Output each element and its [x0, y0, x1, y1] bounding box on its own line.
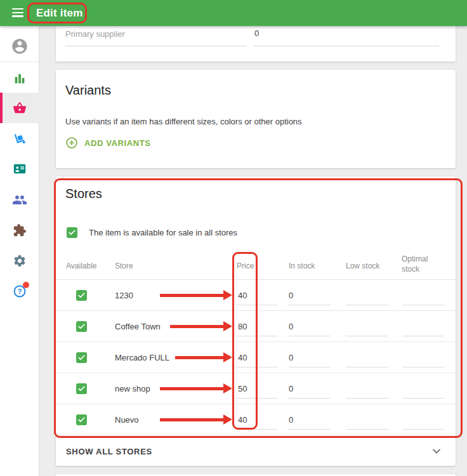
stores-table-body: 1230 40 0 Coffee Town 80 0 Mercado FULL …	[56, 279, 456, 435]
column-header-price: Price	[237, 261, 254, 271]
items-icon	[13, 101, 27, 115]
in-stock-field[interactable]: 0	[289, 353, 293, 362]
store-table-row: Nuevo 40 0	[56, 404, 456, 435]
in-stock-underline	[289, 367, 331, 367]
sidebar-item-reports[interactable]	[0, 63, 39, 94]
store-available-checkbox[interactable]	[76, 321, 87, 332]
sidebar-divider	[0, 62, 39, 62]
price-underline	[236, 398, 277, 399]
price-field[interactable]: 80	[238, 322, 247, 331]
variants-card: Variants Use variants if an item has dif…	[56, 70, 456, 168]
hamburger-menu-icon[interactable]	[12, 8, 23, 18]
column-header-low-stock: Low stock	[346, 261, 379, 271]
sidebar-item-customers[interactable]	[0, 154, 39, 184]
store-table-row: 1230 40 0	[56, 280, 456, 311]
app-header: Edit item	[0, 0, 467, 26]
store-table-row: Mercado FULL 40 0	[56, 342, 456, 373]
store-available-checkbox[interactable]	[76, 414, 87, 425]
supplier-quantity-underline	[254, 46, 439, 46]
optimal-stock-underline	[403, 305, 444, 305]
show-all-stores-row[interactable]: SHOW ALL STORES	[56, 437, 456, 466]
employees-icon	[12, 192, 27, 208]
chevron-down-icon[interactable]	[430, 445, 443, 458]
sidebar-item-items[interactable]	[0, 93, 39, 123]
apps-icon	[13, 223, 27, 237]
annotation-arrow	[160, 290, 232, 300]
low-stock-underline	[346, 336, 388, 336]
variants-description: Use variants if an item has different si…	[65, 117, 302, 126]
plus-circle-icon	[65, 136, 78, 149]
price-field[interactable]: 40	[238, 291, 247, 300]
annotation-arrow	[175, 352, 232, 362]
store-name: Nuevo	[115, 415, 139, 425]
customers-icon	[13, 162, 27, 176]
price-field[interactable]: 50	[238, 384, 247, 393]
in-stock-field[interactable]: 0	[289, 291, 293, 300]
price-field[interactable]: 40	[238, 415, 247, 425]
sidebar-item-account[interactable]	[0, 31, 39, 62]
stores-card: Stores The item is available for sale in…	[56, 176, 456, 466]
column-header-in-stock: In stock	[289, 261, 315, 271]
primary-supplier-field[interactable]: Primary supplier	[65, 29, 125, 39]
edit-item-screen: Edit item ?	[0, 0, 467, 476]
in-stock-field[interactable]: 0	[289, 384, 293, 393]
account-icon	[11, 37, 29, 55]
column-header-available: Available	[66, 261, 96, 271]
check-icon	[77, 291, 86, 300]
supplier-quantity-field[interactable]: 0	[254, 29, 259, 38]
in-stock-underline	[289, 336, 331, 336]
in-stock-underline	[289, 398, 331, 399]
store-name: Mercado FULL	[115, 353, 169, 362]
store-name: new shop	[115, 384, 150, 393]
check-icon	[68, 228, 76, 237]
variants-title: Variants	[65, 83, 111, 98]
low-stock-underline	[346, 367, 388, 367]
reports-icon	[13, 72, 27, 86]
sidebar-item-apps[interactable]	[0, 215, 39, 246]
low-stock-underline	[346, 429, 388, 430]
all-stores-label: The item is available for sale in all st…	[89, 228, 237, 237]
show-all-stores-label: SHOW ALL STORES	[66, 447, 152, 456]
primary-supplier-underline	[65, 46, 246, 46]
optimal-stock-underline	[403, 398, 444, 399]
column-header-store: Store	[115, 261, 133, 271]
notification-badge	[23, 282, 29, 288]
price-underline	[236, 429, 277, 430]
in-stock-underline	[289, 305, 331, 305]
inventory-icon	[12, 131, 27, 146]
annotation-arrow	[170, 321, 232, 331]
all-stores-checkbox[interactable]	[67, 227, 77, 238]
annotation-arrow	[160, 383, 232, 393]
add-variants-button[interactable]: ADD VARIANTS	[65, 136, 150, 149]
sidebar-item-inventory[interactable]	[0, 123, 39, 154]
annotation-arrow	[160, 414, 232, 425]
in-stock-field[interactable]: 0	[289, 322, 293, 331]
page-title: Edit item	[36, 7, 83, 20]
price-field[interactable]: 40	[238, 353, 247, 362]
price-underline	[236, 367, 277, 367]
sidebar-item-settings[interactable]	[0, 246, 39, 276]
store-table-row: Coffee Town 80 0	[56, 311, 456, 342]
check-icon	[77, 354, 86, 362]
add-variants-label: ADD VARIANTS	[84, 138, 150, 148]
sidebar-item-help[interactable]: ?	[0, 276, 39, 307]
optimal-stock-underline	[403, 336, 444, 336]
check-icon	[77, 385, 86, 393]
check-icon	[77, 322, 86, 331]
supplier-card: Primary supplier 0	[56, 26, 456, 62]
price-underline	[236, 336, 277, 336]
store-available-checkbox[interactable]	[76, 352, 87, 363]
price-underline	[236, 305, 277, 305]
stores-title: Stores	[65, 187, 102, 201]
sidebar-item-employees[interactable]	[0, 185, 39, 215]
column-header-optimal-stock: Optimal stock	[402, 254, 437, 274]
store-available-checkbox[interactable]	[76, 383, 87, 394]
check-icon	[77, 416, 86, 424]
svg-text:?: ?	[18, 288, 22, 295]
optimal-stock-underline	[403, 429, 444, 430]
store-available-checkbox[interactable]	[76, 290, 87, 301]
store-table-row: new shop 50 0	[56, 373, 456, 404]
in-stock-field[interactable]: 0	[289, 415, 293, 425]
low-stock-underline	[346, 305, 388, 305]
optimal-stock-underline	[403, 367, 444, 367]
